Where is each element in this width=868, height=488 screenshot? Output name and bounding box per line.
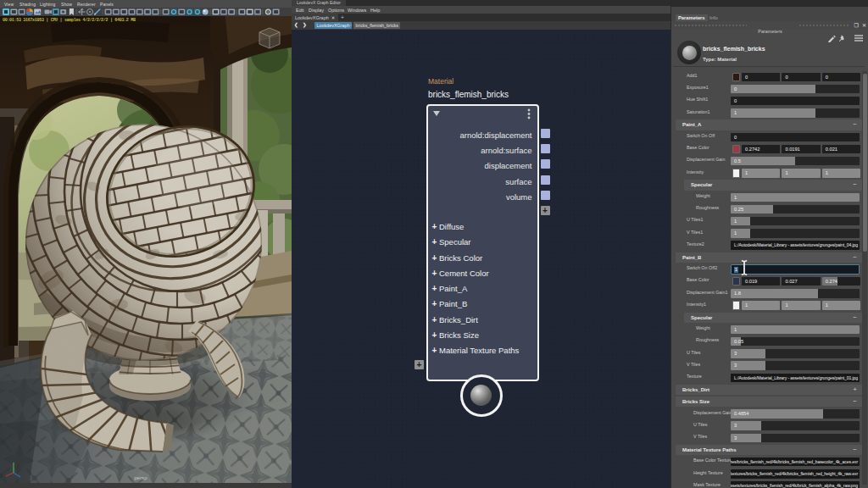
svg-text:persp: persp: [134, 475, 147, 480]
